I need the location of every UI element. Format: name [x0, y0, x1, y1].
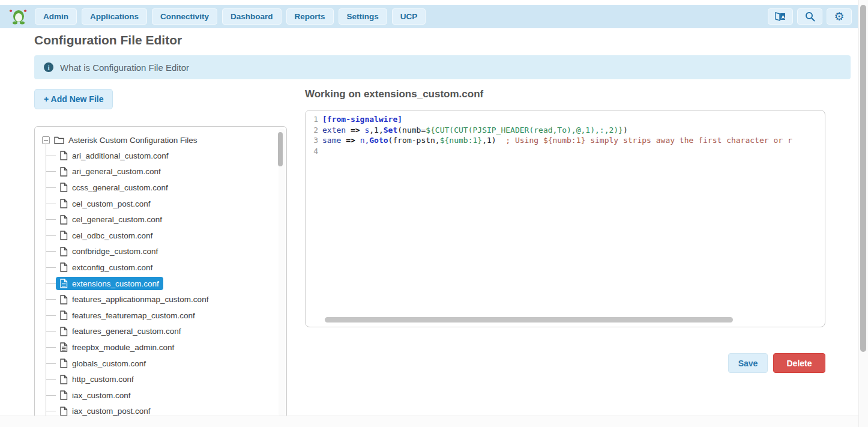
tree-item-chip[interactable]: globals_custom.conf: [56, 357, 150, 370]
file-icon: [60, 279, 68, 288]
code-line-3: 3same => n,Goto(from-pstn,${numb:1},1) ;…: [306, 136, 825, 147]
file-name-label: iax_custom.conf: [72, 391, 131, 400]
tree-item-chip[interactable]: features_general_custom.conf: [56, 325, 185, 338]
tree-item-chip[interactable]: ccss_general_custom.conf: [56, 181, 172, 194]
file-name-label: extensions_custom.conf: [72, 279, 159, 288]
file-name-label: cel_custom_post.conf: [72, 199, 151, 208]
gear-icon: ⚙: [834, 11, 844, 22]
line-number: 4: [306, 147, 322, 157]
file-icon: [60, 375, 68, 384]
nav-item-ucp[interactable]: UCP: [392, 8, 426, 25]
tree-item-chip[interactable]: iax_custom.conf: [56, 389, 135, 402]
tree-item-ccss_general_custom.conf: ccss_general_custom.conf: [46, 180, 280, 196]
file-name-label: iax_custom_post.conf: [72, 407, 151, 416]
nav-utilities: A ⚙: [768, 8, 852, 25]
file-icon: [60, 199, 68, 208]
tree-item-chip[interactable]: cel_odbc_custom.conf: [56, 229, 157, 242]
tree-root-label: Asterisk Custom Configuration Files: [68, 136, 197, 145]
tree-root-node[interactable]: Asterisk Custom Configuration Files: [42, 132, 280, 148]
info-banner-text: What is Configuration File Editor: [60, 62, 189, 73]
collapse-icon[interactable]: [42, 136, 50, 144]
search-icon: [805, 11, 815, 22]
svg-text:*: *: [24, 8, 27, 16]
working-on-heading: Working on extensions_custom.conf: [305, 88, 483, 100]
settings-button[interactable]: ⚙: [827, 8, 852, 25]
file-name-label: ccss_general_custom.conf: [72, 183, 168, 192]
file-icon: [60, 183, 68, 192]
file-name-label: cel_odbc_custom.conf: [72, 231, 152, 240]
tree-item-chip[interactable]: cel_custom_post.conf: [56, 197, 155, 210]
save-button[interactable]: Save: [728, 353, 768, 373]
file-name-label: ari_general_custom.conf: [72, 167, 161, 176]
delete-button[interactable]: Delete: [773, 353, 825, 373]
tree-item-http_custom.conf: http_custom.conf: [46, 371, 280, 387]
file-name-label: freepbx_module_admin.conf: [72, 343, 174, 352]
file-name-label: confbridge_custom.conf: [72, 247, 158, 256]
nav-item-reports[interactable]: Reports: [286, 8, 334, 25]
nav-menu: AdminApplicationsConnectivityDashboardRe…: [35, 8, 426, 25]
tree-scrollbar-thumb[interactable]: [278, 132, 283, 166]
file-icon: [60, 310, 68, 320]
tree-item-features_general_custom.conf: features_general_custom.conf: [46, 324, 280, 340]
search-button[interactable]: [797, 8, 822, 25]
nav-item-settings[interactable]: Settings: [339, 8, 387, 25]
tree-item-chip[interactable]: cel_general_custom.conf: [56, 213, 166, 226]
tree-item-features_featuremap_custom.conf: features_featuremap_custom.conf: [46, 307, 280, 324]
file-icon: [60, 247, 68, 256]
line-number: 2: [306, 126, 322, 136]
tree-item-chip[interactable]: extconfig_custom.conf: [56, 261, 157, 274]
tree-scrollbar-track[interactable]: [279, 129, 285, 417]
page-scrollbar-track[interactable]: [858, 0, 868, 427]
tree-item-chip[interactable]: ari_general_custom.conf: [56, 165, 165, 178]
nav-item-connectivity[interactable]: Connectivity: [152, 8, 217, 25]
file-icon: [60, 262, 68, 272]
tree-item-chip[interactable]: extensions_custom.conf: [56, 277, 163, 290]
tree-item-chip[interactable]: features_applicationmap_custom.conf: [56, 293, 212, 306]
file-icon: [60, 151, 68, 160]
nav-item-applications[interactable]: Applications: [82, 8, 147, 25]
file-icon: [60, 295, 68, 304]
tree-item-chip[interactable]: freepbx_module_admin.conf: [56, 341, 178, 354]
tree-item-chip[interactable]: ari_additional_custom.conf: [56, 149, 173, 162]
editor-horizontal-scrollbar[interactable]: [325, 317, 733, 323]
file-name-label: globals_custom.conf: [72, 359, 146, 368]
page-scrollbar-thumb[interactable]: [860, 5, 866, 352]
tree-item-chip[interactable]: confbridge_custom.conf: [56, 245, 162, 258]
tree-item-globals_custom.conf: globals_custom.conf: [46, 356, 280, 372]
tree-item-extensions_custom.conf: extensions_custom.conf: [46, 276, 280, 292]
info-icon: i: [44, 62, 53, 72]
tree-item-cel_general_custom.conf: cel_general_custom.conf: [46, 211, 280, 228]
add-new-file-button[interactable]: + Add New File: [34, 89, 113, 109]
file-icon: [60, 167, 68, 177]
tree-item-cel_custom_post.conf: cel_custom_post.conf: [46, 196, 280, 212]
file-icon: [60, 342, 68, 352]
code-editor[interactable]: 1[from-signalwire]2exten => s,1,Set(numb…: [305, 110, 825, 327]
tree-item-chip[interactable]: http_custom.conf: [56, 373, 138, 386]
file-icon: [60, 327, 68, 336]
svg-text:*: *: [10, 8, 13, 16]
page-title: Configuration File Editor: [34, 33, 182, 47]
file-name-label: http_custom.conf: [72, 375, 134, 384]
nav-item-dashboard[interactable]: Dashboard: [222, 8, 282, 25]
file-name-label: features_applicationmap_custom.conf: [72, 295, 208, 304]
tree-item-chip[interactable]: features_featuremap_custom.conf: [56, 309, 199, 322]
tree-item-features_applicationmap_custom.conf: features_applicationmap_custom.conf: [46, 291, 280, 307]
page-bottom-divider: [0, 416, 858, 427]
file-icon: [60, 390, 68, 400]
svg-text:A: A: [782, 14, 785, 20]
tree-item-ari_general_custom.conf: ari_general_custom.conf: [46, 164, 280, 180]
line-number: 3: [306, 136, 322, 147]
info-banner[interactable]: i What is Configuration File Editor: [34, 55, 851, 79]
tree-item-iax_custom.conf: iax_custom.conf: [46, 387, 280, 404]
file-icon: [60, 231, 68, 240]
code-line-4: 4: [306, 147, 825, 157]
top-navbar: * * AdminApplicationsConnectivityDashboa…: [0, 5, 858, 28]
file-tree-panel: Asterisk Custom Configuration Files ari_…: [34, 126, 287, 422]
file-name-label: ari_additional_custom.conf: [72, 151, 169, 160]
file-icon: [60, 407, 68, 416]
tree-item-extconfig_custom.conf: extconfig_custom.conf: [46, 259, 280, 276]
freepbx-logo[interactable]: * *: [8, 8, 29, 26]
tree-item-confbridge_custom.conf: confbridge_custom.conf: [46, 244, 280, 260]
language-button[interactable]: A: [768, 8, 793, 25]
nav-item-admin[interactable]: Admin: [35, 8, 77, 25]
